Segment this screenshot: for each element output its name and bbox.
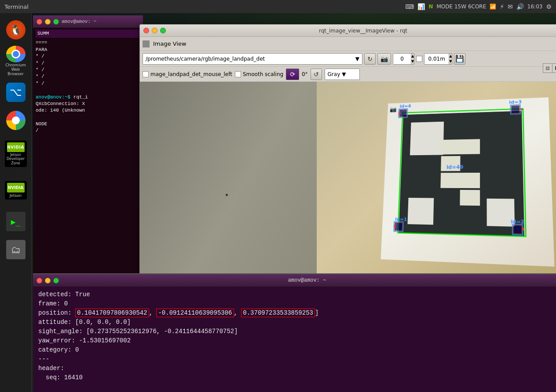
mail-icon: ✉ — [508, 3, 513, 10]
svg-text:📷: 📷 — [390, 106, 397, 113]
svg-text:id=3: id=3 — [509, 99, 522, 105]
nvidia-tray-icon: N — [428, 4, 433, 10]
rotate-icon: ⟳ — [290, 71, 295, 78]
ubuntu-icon: 🐧 — [6, 20, 26, 40]
dock-item-browser[interactable] — [4, 108, 28, 133]
rotate-ccw-icon: ↺ — [314, 71, 319, 78]
dock-item-files[interactable]: 🗂 — [4, 237, 28, 262]
top-term-close-btn[interactable] — [37, 19, 42, 25]
dock-item-terminal[interactable]: ▶_ — [4, 209, 28, 234]
top-term-p5: * / — [36, 80, 140, 87]
step-down-btn[interactable]: ▼ — [449, 59, 452, 64]
zoom-down-btn[interactable]: ▼ — [411, 59, 414, 64]
term-line-position: position: 0.10417097806930542, -0.091241… — [38, 309, 551, 318]
position-val-1: 0.10417097806930542 — [75, 309, 149, 317]
d-button[interactable]: D — [552, 63, 556, 73]
color-dropdown[interactable]: Gray ▼ — [325, 69, 360, 80]
svg-text:id=2: id=2 — [511, 218, 524, 225]
smooth-checkbox-label: Smooth scaling — [243, 71, 283, 77]
top-term-qxcb2: ode: 140 (Unknown — [36, 107, 140, 114]
terminal-icon: ▶_ — [6, 212, 26, 231]
top-term-qxcb1: QXcbConnection: X — [36, 101, 140, 107]
svg-text:id=4: id=4 — [400, 103, 411, 109]
top-terminal-content: SUMM ==== PARA * / * / * / * / * / anov@… — [33, 28, 143, 136]
dock-item-vscode[interactable]: ⌥ — [4, 80, 28, 105]
rqt-min-btn[interactable] — [152, 28, 157, 33]
rotate-ccw-btn[interactable]: ↺ — [311, 69, 322, 80]
dot-marker — [226, 194, 228, 196]
dock: 🐧 ChromiumWebBrowser ⌥ NVIDIA J — [0, 13, 32, 392]
topic-checkbox-item[interactable]: mage_landpad_det_mouse_left — [143, 71, 232, 77]
step-spinner[interactable]: ▲ ▼ — [449, 54, 452, 64]
detection-svg: id=4 id=3 id=1 id=2 — [381, 97, 555, 266]
zoom-checkbox[interactable] — [416, 56, 422, 62]
topic-checkbox[interactable] — [143, 71, 149, 77]
top-term-p2: * / — [36, 60, 140, 67]
dock-item-nvidia-dev[interactable]: NVIDIA JetsonDeveloperZone — [3, 136, 29, 171]
zoom-input[interactable]: 0 — [393, 54, 411, 64]
browser-icon — [6, 111, 26, 130]
smooth-checkbox-item[interactable]: Smooth scaling — [235, 71, 283, 77]
top-term-node: NODE — [36, 121, 140, 127]
top-terminal-window: amov@amov: ~ SUMM ==== PARA * / * / * / … — [33, 15, 143, 283]
top-term-min-btn[interactable] — [45, 19, 51, 25]
rotate-btn[interactable]: ⟳ — [286, 69, 299, 80]
zoom-spinner[interactable]: ▲ ▼ — [411, 54, 414, 64]
dock-item-ubuntu[interactable]: 🐧 — [4, 18, 28, 42]
top-terminal-titlebar: amov@amov: ~ — [33, 15, 143, 28]
topic-dropdown[interactable]: /prometheus/camera/rgb/image_landpad_det… — [143, 53, 362, 65]
expand-button[interactable]: ⊡ — [543, 63, 552, 73]
bottom-term-close-btn[interactable] — [37, 278, 42, 283]
rqt-titlebar: rqt_image_view__ImageView - rqt — [140, 25, 556, 37]
term-line-seq: seq: 16410 — [38, 373, 551, 382]
taskbar-right: ⌨ 📊 N MODE 15W 6CORE 📶 ⚡ ✉ 🔊 16:03 ⚙ — [405, 3, 552, 10]
settings-icon[interactable]: ⚙ — [546, 3, 552, 10]
camera-btn[interactable]: 📷 — [377, 53, 391, 65]
degrees-label: 0° — [302, 71, 308, 77]
color-mode-label: Gray — [328, 71, 340, 77]
position-val-2: -0.09124110639095306 — [156, 309, 234, 317]
step-input[interactable]: 0.01m — [424, 54, 449, 64]
nvidia-dev-box: NVIDIA JetsonDeveloperZone — [5, 141, 27, 167]
mode-label: MODE 15W 6CORE — [437, 4, 486, 10]
refresh-btn[interactable]: ↻ — [364, 53, 376, 65]
rqt-controls-row1: /prometheus/camera/rgb/image_landpad_det… — [140, 51, 556, 67]
position-val-3: 0.37097233533859253 — [241, 309, 315, 317]
svg-rect-6 — [511, 105, 519, 113]
term-line-yaw: yaw_error: -1.53015697002 — [38, 336, 551, 345]
rqt-max-btn[interactable] — [160, 28, 166, 33]
step-control[interactable]: 0.01m ▲ ▼ — [424, 53, 452, 65]
top-terminal-title: amov@amov: ~ — [62, 19, 96, 24]
keyboard-icon: ⌨ — [405, 3, 414, 10]
top-term-para: PARA — [36, 47, 140, 53]
chromium-label: ChromiumWebBrowser — [5, 63, 26, 76]
term-line-category: category: 0 — [38, 345, 551, 355]
svg-rect-10 — [395, 222, 402, 231]
zoom-up-btn[interactable]: ▲ — [411, 54, 414, 59]
step-up-btn[interactable]: ▲ — [449, 54, 452, 59]
chromium-icon — [6, 46, 26, 62]
top-term-p4: * / — [36, 73, 140, 80]
save-image-btn[interactable]: 💾 — [454, 53, 465, 65]
term-line-sight: sight_angle: [0.2737552523612976, -0.241… — [38, 327, 551, 336]
term-line-detected: detected: True — [38, 290, 551, 299]
rqt-title: rqt_image_view__ImageView - rqt — [168, 28, 556, 34]
top-term-prompt: anov@anov:~$ rqt_i — [36, 94, 140, 101]
bottom-term-max-btn[interactable] — [53, 278, 59, 283]
bottom-terminal-title: amov@amov: ~ — [62, 277, 552, 283]
bluetooth-icon: ⚡ — [500, 3, 504, 10]
term-line-frame: frame: 0 — [38, 299, 551, 309]
refresh-icon: ↻ — [367, 55, 373, 62]
svg-rect-14 — [513, 225, 522, 234]
taskbar-top: Terminal ⌨ 📊 N MODE 15W 6CORE 📶 ⚡ ✉ 🔊 16… — [0, 0, 556, 13]
rqt-image-area: id=4 id=3 id=1 id=2 — [140, 82, 556, 292]
dock-item-nvidia-jetson[interactable]: NVIDIA Jetson — [3, 175, 29, 206]
top-term-max-btn[interactable] — [53, 19, 59, 25]
zoom-control[interactable]: 0 ▲ ▼ — [393, 53, 414, 65]
bottom-term-min-btn[interactable] — [45, 278, 51, 283]
term-line-attitude: attitude: [0.0, 0.0, 0.0] — [38, 318, 551, 327]
dock-item-chromium[interactable]: ChromiumWebBrowser — [4, 46, 28, 76]
smooth-checkbox[interactable] — [235, 71, 241, 77]
rqt-close-btn[interactable] — [143, 28, 149, 33]
files-icon: 🗂 — [6, 240, 26, 259]
